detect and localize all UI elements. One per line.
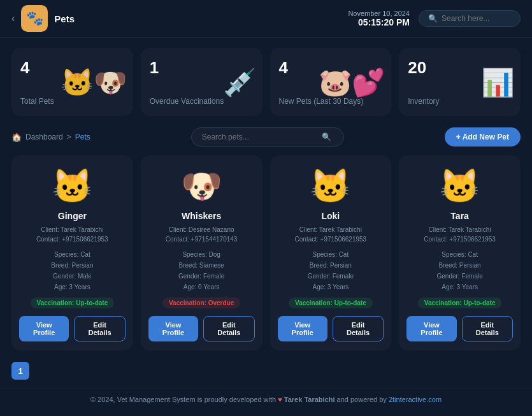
- pet-client: Client: Desiree NazarioContact: +9715441…: [166, 225, 238, 244]
- pet-avatar: 🐱: [439, 167, 480, 206]
- pets-search-bar[interactable]: 🔍: [191, 127, 344, 147]
- search-icon: 🔍: [322, 133, 331, 141]
- stats-row: 4 🐱🐶 Total Pets 1 💉 Overdue Vaccinations…: [0, 38, 532, 122]
- pets-grid: 🐱 Ginger Client: Tarek TarabichiContact:…: [0, 153, 532, 359]
- pet-actions: ViewProfile EditDetails: [19, 316, 126, 341]
- footer-company-link[interactable]: 2tinteractive.com: [389, 396, 442, 403]
- breadcrumb-row: 🏠 Dashboard > Pets 🔍 + Add New Pet: [0, 122, 532, 153]
- pagination-row: 1: [0, 359, 532, 386]
- pet-details: Species: Cat Breed: Persian Gender: Male…: [51, 249, 93, 292]
- pet-client: Client: Tarek TarabichiContact: +9715066…: [424, 225, 496, 244]
- view-profile-button[interactable]: ViewProfile: [19, 316, 69, 341]
- pet-details: Species: Cat Breed: Persian Gender: Fema…: [308, 249, 354, 292]
- stat-emoji-total: 🐱🐶: [61, 66, 127, 97]
- home-icon: 🏠: [11, 133, 22, 142]
- pet-card-ginger: 🐱 Ginger Client: Tarek TarabichiContact:…: [11, 155, 133, 350]
- stat-label-total: Total Pets: [20, 97, 124, 106]
- pet-name: Tara: [450, 211, 469, 221]
- edit-details-button[interactable]: EditDetails: [203, 316, 254, 341]
- view-profile-button[interactable]: ViewProfile: [148, 316, 198, 341]
- vax-badge: Vaccination: Up-to-date: [31, 298, 115, 308]
- top-search-bar[interactable]: 🔍: [419, 10, 521, 27]
- pet-card-tara: 🐱 Tara Client: Tarek TarabichiContact: +…: [399, 155, 521, 350]
- stat-new-pets: 4 🐷💕 New Pets (Last 30 Days): [270, 48, 392, 116]
- edit-details-button[interactable]: EditDetails: [74, 316, 125, 341]
- stat-emoji-new: 🐷💕: [319, 66, 385, 97]
- vax-badge: Vaccination: Overdue: [162, 298, 240, 308]
- pet-name: Ginger: [58, 211, 87, 221]
- stat-label-inventory: Inventory: [408, 97, 512, 106]
- stat-inventory: 20 📊 Inventory: [399, 48, 521, 116]
- breadcrumb: 🏠 Dashboard > Pets: [11, 133, 90, 142]
- edit-details-button[interactable]: EditDetails: [462, 316, 513, 341]
- time-label: 05:15:20 PM: [348, 17, 410, 27]
- nav-left: ‹ 🐾 Pets: [11, 5, 75, 32]
- vax-badge: Vaccination: Up-to-date: [289, 298, 373, 308]
- stat-overdue-vax: 1 💉 Overdue Vaccinations: [141, 48, 262, 116]
- edit-details-button[interactable]: EditDetails: [333, 316, 384, 341]
- pet-actions: ViewProfile EditDetails: [278, 316, 384, 341]
- top-nav: ‹ 🐾 Pets November 10, 2024 05:15:20 PM 🔍: [0, 0, 532, 38]
- top-search-input[interactable]: [442, 14, 512, 23]
- pet-actions: ViewProfile EditDetails: [148, 316, 255, 341]
- footer-powered: and powered by: [337, 396, 387, 403]
- pet-avatar: 🐱: [310, 167, 351, 206]
- footer-author: Tarek Tarabichi: [284, 396, 335, 403]
- stat-label-new: New Pets (Last 30 Days): [279, 97, 383, 106]
- pet-avatar: 🐱: [52, 167, 93, 206]
- app-icon: 🐾: [21, 5, 48, 32]
- search-icon: 🔍: [428, 14, 438, 23]
- stat-total-pets: 4 🐱🐶 Total Pets: [11, 48, 133, 116]
- stat-emoji-overdue: 💉: [223, 66, 256, 97]
- pets-search-input[interactable]: [202, 133, 317, 141]
- footer: © 2024, Vet Management System is proudly…: [0, 389, 532, 410]
- vax-badge: Vaccination: Up-to-date: [418, 298, 502, 308]
- pet-actions: ViewProfile EditDetails: [406, 316, 513, 341]
- back-button[interactable]: ‹: [11, 13, 15, 24]
- nav-title: Pets: [54, 13, 75, 24]
- view-profile-button[interactable]: ViewProfile: [406, 316, 456, 341]
- breadcrumb-sep: >: [67, 133, 71, 141]
- breadcrumb-home: Dashboard: [25, 133, 63, 141]
- pet-client: Client: Tarek TarabichiContact: +9715066…: [295, 225, 367, 244]
- add-pet-button[interactable]: + Add New Pet: [445, 127, 521, 147]
- stat-label-overdue: Overdue Vaccinations: [150, 97, 254, 106]
- pet-details: Species: Cat Breed: Persian Gender: Fema…: [436, 249, 482, 292]
- page-1-button[interactable]: 1: [11, 362, 29, 380]
- stat-emoji-inventory: 📊: [481, 66, 514, 97]
- view-profile-button[interactable]: ViewProfile: [278, 316, 327, 341]
- pet-details: Species: Dog Breed: Siamese Gender: Fema…: [178, 249, 224, 292]
- datetime-block: November 10, 2024 05:15:20 PM: [348, 10, 410, 27]
- heart-icon: ♥: [278, 396, 282, 403]
- pet-card-loki: 🐱 Loki Client: Tarek TarabichiContact: +…: [270, 155, 392, 350]
- nav-right: November 10, 2024 05:15:20 PM 🔍: [348, 10, 521, 27]
- date-label: November 10, 2024: [348, 10, 410, 17]
- pet-client: Client: Tarek TarabichiContact: +9715066…: [36, 225, 108, 244]
- pet-avatar: 🐶: [181, 167, 222, 206]
- breadcrumb-current: Pets: [75, 133, 90, 141]
- pet-card-whiskers: 🐶 Whiskers Client: Desiree NazarioContac…: [141, 155, 262, 350]
- pet-name: Loki: [321, 211, 340, 221]
- footer-text: © 2024, Vet Management System is proudly…: [90, 396, 276, 403]
- pet-name: Whiskers: [182, 211, 221, 221]
